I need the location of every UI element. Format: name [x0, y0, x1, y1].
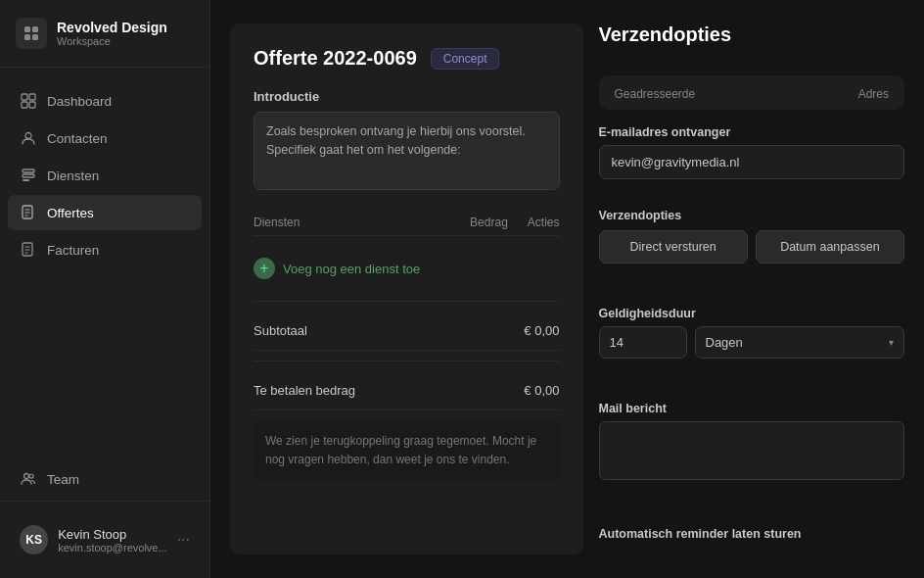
divider-1 [254, 301, 560, 302]
dashboard-icon [20, 92, 37, 110]
logo-icon [16, 18, 47, 49]
sidebar-item-label: Diensten [47, 169, 99, 183]
team-label: Team [47, 472, 79, 487]
sidebar-item-contacten[interactable]: Contacten [8, 120, 202, 156]
svg-rect-9 [23, 169, 34, 172]
datum-aanpassen-button[interactable]: Datum aanpassen [756, 230, 904, 264]
sidebar-item-label: Dashboard [47, 94, 112, 109]
mail-bericht-section: Mail bericht [599, 402, 905, 498]
col-adres: Adres [796, 75, 904, 109]
intro-textarea[interactable] [254, 112, 560, 190]
svg-rect-5 [29, 94, 35, 100]
geldig-unit-select[interactable]: Dagen Weken Maanden [706, 327, 890, 358]
offertes-icon [20, 204, 37, 221]
col-diensten: Diensten [254, 216, 300, 229]
sidebar-item-dashboard[interactable]: Dashboard [8, 83, 202, 119]
sidebar: Revolved Design Workspace Dashboard [0, 0, 210, 578]
user-email: kevin.stoop@revolve... [58, 542, 166, 554]
divider-2 [254, 361, 560, 361]
recipient-addr-1: - [796, 109, 904, 110]
avatar: KS [20, 525, 48, 554]
email-input[interactable] [599, 145, 905, 179]
sidebar-logo: Revolved Design Workspace [0, 0, 209, 68]
email-label: E-mailadres ontvanger [599, 125, 905, 139]
user-row[interactable]: KS Kevin Stoop kevin.stoop@revolve... ··… [8, 517, 202, 562]
intro-section-label: Introductie [254, 89, 560, 104]
svg-rect-0 [24, 26, 30, 32]
more-icon[interactable]: ··· [177, 531, 190, 549]
sidebar-bottom: KS Kevin Stoop kevin.stoop@revolve... ··… [0, 501, 209, 578]
sidebar-nav: Dashboard Contacten Diensten [0, 68, 209, 450]
team-section: Team [0, 450, 209, 501]
facturen-icon [20, 241, 37, 259]
footer-text: We zien je terugkoppeling graag tegemoet… [254, 420, 560, 481]
verzendopties-section: Verzendopties Direct versturen Datum aan… [599, 209, 905, 277]
offerte-title: Offerte 2022-0069 [254, 47, 417, 70]
user-name: Kevin Stoop [58, 527, 166, 542]
main-content: Offerte 2022-0069 Concept Introductie Di… [210, 0, 924, 578]
betalen-row: Te betalen bedrag € 0,00 [254, 371, 560, 410]
services-header: Diensten Bedrag Acties [254, 210, 560, 236]
diensten-icon [20, 167, 37, 184]
mail-textarea[interactable] [599, 421, 905, 480]
offerte-header: Offerte 2022-0069 Concept [254, 47, 560, 70]
geldig-row: ▲ ▼ Dagen Weken Maanden ▾ [599, 326, 905, 359]
betalen-amount: € 0,00 [524, 383, 559, 398]
sidebar-item-diensten[interactable]: Diensten [8, 158, 202, 193]
svg-rect-1 [32, 26, 38, 32]
svg-rect-3 [32, 34, 38, 40]
svg-point-8 [25, 133, 31, 139]
right-panel: Verzendopties Geadresseerde Adres - - Ke [599, 24, 905, 554]
svg-rect-7 [29, 102, 35, 108]
geldig-select-wrap: Dagen Weken Maanden ▾ [695, 326, 905, 359]
betalen-label: Te betalen bedrag [254, 383, 355, 398]
recipients-card: Geadresseerde Adres - - Kevin Stoop - [599, 75, 905, 110]
col-acties: Acties [528, 216, 560, 229]
email-section: E-mailadres ontvanger [599, 125, 905, 179]
recipients-table: Geadresseerde Adres - - Kevin Stoop - [599, 75, 905, 110]
subtotaal-row: Subtotaal € 0,00 [254, 312, 560, 351]
svg-rect-10 [23, 174, 34, 177]
svg-rect-6 [22, 102, 27, 108]
subtotaal-amount: € 0,00 [524, 323, 559, 338]
sidebar-item-label: Contacten [47, 131, 108, 146]
col-bedrag: Bedrag [470, 216, 508, 229]
reminder-section: Automatisch reminder laten sturen [599, 527, 905, 541]
concept-badge: Concept [431, 48, 500, 70]
add-service-label: Voeg nog een dienst toe [283, 262, 420, 276]
col-geadresseerde: Geadresseerde [599, 75, 796, 109]
workspace-label: Workspace [57, 35, 167, 47]
add-service-icon: + [254, 258, 275, 279]
geldig-input-wrap: ▲ ▼ [599, 326, 687, 359]
geldig-label: Geldigheidsduur [599, 307, 905, 320]
chevron-down-icon: ▾ [889, 337, 894, 348]
panel-title: Verzendopties [599, 24, 905, 46]
verzend-buttons: Direct versturen Datum aanpassen [599, 230, 905, 264]
brand-name: Revolved Design [57, 20, 167, 35]
sidebar-item-offertes[interactable]: Offertes [8, 195, 202, 230]
mail-label: Mail bericht [599, 402, 905, 415]
contact-icon [20, 129, 37, 147]
subtotaal-label: Subtotaal [254, 323, 307, 338]
sidebar-item-label: Offertes [47, 206, 94, 220]
svg-point-20 [24, 474, 29, 479]
svg-rect-2 [24, 34, 30, 40]
reminder-label: Automatisch reminder laten sturen [599, 527, 905, 541]
add-service-row[interactable]: + Voeg nog een dienst toe [254, 246, 560, 291]
team-icon [20, 470, 37, 488]
offerte-card: Offerte 2022-0069 Concept Introductie Di… [230, 24, 583, 554]
geldig-section: Geldigheidsduur ▲ ▼ Dagen Weken Maanden … [599, 307, 905, 372]
geldig-number-input[interactable] [600, 327, 687, 358]
svg-rect-4 [22, 94, 27, 100]
sidebar-item-team[interactable]: Team [8, 461, 202, 497]
logo-text: Revolved Design Workspace [57, 20, 167, 47]
direct-versturen-button[interactable]: Direct versturen [599, 230, 748, 264]
recipient-name-1: - [599, 109, 796, 110]
svg-point-21 [29, 474, 33, 478]
svg-rect-11 [23, 179, 29, 181]
sidebar-item-facturen[interactable]: Facturen [8, 232, 202, 267]
verzendopties-label: Verzendopties [599, 209, 905, 222]
table-row: - - [599, 109, 905, 110]
user-info: Kevin Stoop kevin.stoop@revolve... [58, 527, 166, 554]
sidebar-item-label: Facturen [47, 243, 99, 258]
